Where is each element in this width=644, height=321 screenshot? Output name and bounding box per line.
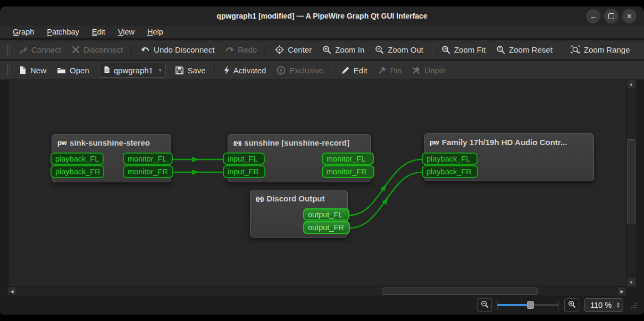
toolbar-separator (561, 44, 562, 56)
close-button[interactable]: × (622, 9, 637, 23)
vertical-scroll-handle[interactable] (627, 139, 635, 224)
disconnect-button[interactable]: Disconnect (66, 40, 128, 59)
zoom-in-icon (322, 45, 331, 54)
zoom-fit-button[interactable]: Zoom Fit (436, 40, 491, 59)
center-button[interactable]: Center (270, 40, 317, 59)
port-monitor-fl[interactable]: monitor_FL (322, 153, 374, 165)
resize-grip-dots (631, 307, 632, 308)
port-input-fl[interactable]: input_FL (223, 153, 265, 165)
port-output-fl[interactable]: output_FL (303, 208, 349, 221)
port-monitor-fl[interactable]: monitor_FL (123, 153, 173, 165)
chevron-down-icon: ▾ (159, 67, 162, 73)
unpin-icon (412, 66, 421, 74)
spin-down-icon: ▼ (616, 305, 620, 308)
zoom-slider[interactable] (497, 300, 559, 310)
horizontal-scroll-handle[interactable] (382, 288, 538, 295)
maximize-button[interactable] (604, 9, 618, 23)
scroll-up-button[interactable]: ▲ (627, 80, 635, 88)
connection-layer (9, 80, 626, 286)
scroll-right-icon: ▶ (620, 289, 623, 294)
graph-canvas[interactable] (8, 80, 626, 287)
menu-help[interactable]: Help (142, 27, 169, 37)
resize-grip[interactable] (631, 302, 638, 309)
edit-button[interactable]: Edit (336, 61, 373, 79)
menu-edit[interactable]: Edit (87, 27, 111, 37)
circled-lightning-icon (277, 66, 286, 75)
open-folder-icon (57, 66, 66, 74)
new-patchbay-button[interactable]: New (14, 61, 52, 79)
horizontal-scrollbar[interactable]: ◀ ▶ (7, 287, 626, 295)
menu-graph[interactable]: Graph (7, 27, 39, 37)
port-playback-fr[interactable]: playback_FR (422, 165, 478, 178)
patchbay-toolbar: New Open qpwgraph1 ▾ Save Activated (0, 61, 644, 80)
spinbox-arrows[interactable]: ▲▼ (615, 302, 622, 308)
port-monitor-fr[interactable]: monitor_FR (322, 165, 374, 178)
patchbay-selector[interactable]: qpwgraph1 ▾ (99, 63, 166, 78)
port-playback-fr[interactable]: playback_FR (51, 165, 104, 178)
statusbar-zoom-in-button[interactable] (564, 298, 579, 312)
zoom-range-button[interactable]: Zoom Range (565, 40, 635, 59)
undo-button[interactable]: Undo Disconnect (136, 40, 220, 59)
pin-icon (378, 66, 387, 74)
toolbar-separator (214, 64, 215, 77)
zoom-in-icon (568, 300, 576, 310)
patchbay-selector-value: qpwgraph1 (114, 66, 153, 75)
zoom-reset-button[interactable]: Zoom Reset (491, 40, 558, 59)
window-controls: – × (586, 9, 637, 23)
port-monitor-fr[interactable]: monitor_FR (123, 165, 173, 178)
open-patchbay-button[interactable]: Open (52, 61, 95, 79)
close-icon: × (627, 12, 632, 21)
toolbar-drag-handle[interactable] (6, 64, 10, 76)
patchbay-file-icon (104, 66, 110, 75)
scroll-left-icon: ◀ (10, 289, 13, 294)
activated-toggle[interactable]: Activated (219, 61, 272, 79)
graph-toolbar: Connect Disconnect Undo Disconnect Redo … (0, 40, 644, 60)
scroll-right-button[interactable]: ▶ (618, 288, 626, 295)
redo-icon (225, 46, 234, 54)
minimize-button[interactable]: – (586, 9, 600, 23)
zoom-slider-fill (497, 304, 527, 306)
pin-button[interactable]: Pin (373, 61, 407, 79)
new-file-icon (19, 66, 27, 74)
port-input-fr[interactable]: input_FR (223, 165, 265, 178)
window-title: qpwgraph1 [modified] — A PipeWire Graph … (216, 12, 427, 20)
statusbar-zoom-out-button[interactable] (477, 298, 492, 312)
toolbar-separator (265, 44, 266, 56)
connection-arrow-icon (192, 170, 199, 175)
port-playback-fl[interactable]: playback_FL (422, 153, 478, 165)
zoom-slider-handle[interactable] (527, 301, 534, 309)
port-playback-fl[interactable]: playback_FL (51, 153, 104, 165)
scroll-left-button[interactable]: ◀ (8, 288, 16, 295)
scroll-down-button[interactable]: ▼ (627, 278, 635, 286)
save-icon (175, 66, 183, 74)
center-icon (275, 45, 284, 54)
toolbar-separator (332, 64, 333, 77)
zoom-reset-icon (496, 45, 505, 54)
redo-button[interactable]: Redo (220, 40, 262, 59)
save-patchbay-button[interactable]: Save (170, 61, 211, 79)
zoom-range-icon (571, 45, 580, 54)
connect-icon (19, 46, 28, 54)
unpin-button[interactable]: Unpin (407, 61, 450, 79)
zoom-percent-spinbox[interactable]: 110 % ▲▼ (584, 298, 623, 312)
vertical-scrollbar[interactable]: ▲ ▼ (626, 80, 636, 287)
exclusive-toggle[interactable]: Exclusive (271, 61, 328, 79)
zoom-in-button[interactable]: Zoom In (317, 40, 370, 59)
undo-icon (141, 46, 150, 54)
zoom-fit-icon (441, 45, 450, 54)
toolbar-drag-handle[interactable] (6, 44, 10, 56)
zoom-out-icon (481, 300, 489, 310)
minimize-icon: – (591, 13, 596, 20)
title-bar[interactable]: qpwgraph1 [modified] — A PipeWire Graph … (0, 6, 644, 26)
menu-patchbay[interactable]: Patchbay (41, 27, 84, 37)
connection-arrow-icon (192, 157, 199, 162)
pencil-icon (341, 66, 350, 74)
maximize-icon (608, 13, 614, 19)
app-window: qpwgraph1 [modified] — A PipeWire Graph … (0, 6, 644, 315)
zoom-out-button[interactable]: Zoom Out (370, 40, 429, 59)
menu-view[interactable]: View (113, 27, 140, 37)
port-output-fr[interactable]: output_FR (303, 221, 350, 234)
connect-button[interactable]: Connect (14, 40, 66, 59)
disconnect-icon (72, 46, 80, 54)
status-bar: 110 % ▲▼ (0, 295, 644, 315)
